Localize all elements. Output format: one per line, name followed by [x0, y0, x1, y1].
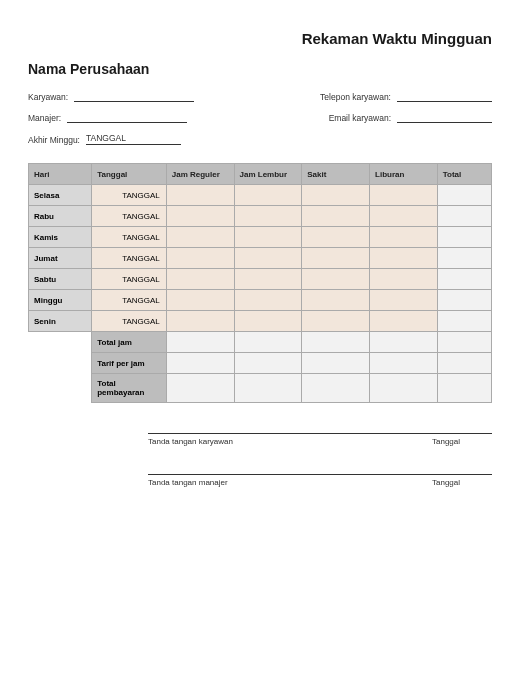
header-total: Total [437, 164, 491, 185]
manager-signature-date-label: Tanggal [432, 478, 492, 487]
overtime-cell[interactable] [234, 311, 302, 332]
employee-input-line[interactable] [74, 91, 194, 102]
info-row-1: Karyawan: Telepon karyawan: [28, 91, 492, 102]
table-row: SabtuTANGGAL [29, 269, 492, 290]
holiday-cell[interactable] [370, 248, 438, 269]
holiday-cell[interactable] [370, 311, 438, 332]
email-label: Email karyawan: [329, 113, 391, 123]
total-hours-overtime[interactable] [234, 332, 302, 353]
day-cell: Minggu [29, 290, 92, 311]
info-row-2: Manajer: Email karyawan: [28, 112, 492, 123]
row-total-cell [437, 311, 491, 332]
regular-cell[interactable] [166, 290, 234, 311]
total-pay-label: Total pembayaran [92, 374, 167, 403]
regular-cell[interactable] [166, 248, 234, 269]
employee-field: Karyawan: [28, 91, 194, 102]
regular-cell[interactable] [166, 227, 234, 248]
total-hours-regular[interactable] [166, 332, 234, 353]
day-cell: Jumat [29, 248, 92, 269]
header-regular: Jam Reguler [166, 164, 234, 185]
sick-cell[interactable] [302, 269, 370, 290]
manager-label: Manajer: [28, 113, 61, 123]
date-cell[interactable]: TANGGAL [92, 290, 167, 311]
overtime-cell[interactable] [234, 185, 302, 206]
sick-cell[interactable] [302, 248, 370, 269]
day-cell: Rabu [29, 206, 92, 227]
manager-input-line[interactable] [67, 112, 187, 123]
phone-field: Telepon karyawan: [320, 91, 492, 102]
day-cell: Selasa [29, 185, 92, 206]
date-cell[interactable]: TANGGAL [92, 311, 167, 332]
day-cell: Senin [29, 311, 92, 332]
total-pay-holiday [370, 374, 438, 403]
total-pay-overtime [234, 374, 302, 403]
email-field: Email karyawan: [329, 112, 492, 123]
regular-cell[interactable] [166, 311, 234, 332]
row-total-cell [437, 185, 491, 206]
sick-cell[interactable] [302, 206, 370, 227]
table-row: SelasaTANGGAL [29, 185, 492, 206]
holiday-cell[interactable] [370, 185, 438, 206]
rate-holiday[interactable] [370, 353, 438, 374]
table-row: KamisTANGGAL [29, 227, 492, 248]
employee-label: Karyawan: [28, 92, 68, 102]
table-row: JumatTANGGAL [29, 248, 492, 269]
sick-cell[interactable] [302, 311, 370, 332]
date-cell[interactable]: TANGGAL [92, 269, 167, 290]
overtime-cell[interactable] [234, 206, 302, 227]
holiday-cell[interactable] [370, 206, 438, 227]
row-total-cell [437, 269, 491, 290]
table-row: RabuTANGGAL [29, 206, 492, 227]
timesheet-page: Rekaman Waktu Mingguan Nama Perusahaan K… [0, 0, 520, 535]
blank-cell [29, 374, 92, 403]
date-cell[interactable]: TANGGAL [92, 248, 167, 269]
rate-overtime[interactable] [234, 353, 302, 374]
header-overtime: Jam Lembur [234, 164, 302, 185]
rate-sick[interactable] [302, 353, 370, 374]
date-cell[interactable]: TANGGAL [92, 185, 167, 206]
date-cell[interactable]: TANGGAL [92, 206, 167, 227]
employee-signature-label: Tanda tangan karyawan [148, 437, 432, 446]
regular-cell[interactable] [166, 206, 234, 227]
page-title: Rekaman Waktu Mingguan [28, 30, 492, 47]
header-date: Tanggal [92, 164, 167, 185]
phone-input-line[interactable] [397, 91, 492, 102]
regular-cell[interactable] [166, 185, 234, 206]
row-total-cell [437, 206, 491, 227]
row-total-cell [437, 227, 491, 248]
header-holiday: Liburan [370, 164, 438, 185]
day-cell: Kamis [29, 227, 92, 248]
overtime-cell[interactable] [234, 269, 302, 290]
company-name: Nama Perusahaan [28, 61, 492, 77]
holiday-cell[interactable] [370, 227, 438, 248]
sick-cell[interactable] [302, 227, 370, 248]
summary-row-total-hours: Total jam [29, 332, 492, 353]
week-end-field: Akhir Minggu: TANGGAL [28, 133, 492, 145]
regular-cell[interactable] [166, 269, 234, 290]
manager-signature-label: Tanda tangan manajer [148, 478, 432, 487]
sick-cell[interactable] [302, 185, 370, 206]
day-cell: Sabtu [29, 269, 92, 290]
blank-cell [29, 332, 92, 353]
summary-row-rate: Tarif per jam [29, 353, 492, 374]
total-hours-sick[interactable] [302, 332, 370, 353]
rate-total [437, 353, 491, 374]
email-input-line[interactable] [397, 112, 492, 123]
signature-block: Tanda tangan karyawan Tanggal Tanda tang… [148, 433, 492, 487]
overtime-cell[interactable] [234, 248, 302, 269]
week-end-label: Akhir Minggu: [28, 135, 80, 145]
total-hours-holiday[interactable] [370, 332, 438, 353]
rate-regular[interactable] [166, 353, 234, 374]
holiday-cell[interactable] [370, 290, 438, 311]
date-cell[interactable]: TANGGAL [92, 227, 167, 248]
row-total-cell [437, 248, 491, 269]
summary-row-total-pay: Total pembayaran [29, 374, 492, 403]
timesheet-table: Hari Tanggal Jam Reguler Jam Lembur Saki… [28, 163, 492, 403]
sick-cell[interactable] [302, 290, 370, 311]
table-header-row: Hari Tanggal Jam Reguler Jam Lembur Saki… [29, 164, 492, 185]
holiday-cell[interactable] [370, 269, 438, 290]
week-end-value[interactable]: TANGGAL [86, 133, 181, 145]
rate-label: Tarif per jam [92, 353, 167, 374]
overtime-cell[interactable] [234, 227, 302, 248]
overtime-cell[interactable] [234, 290, 302, 311]
